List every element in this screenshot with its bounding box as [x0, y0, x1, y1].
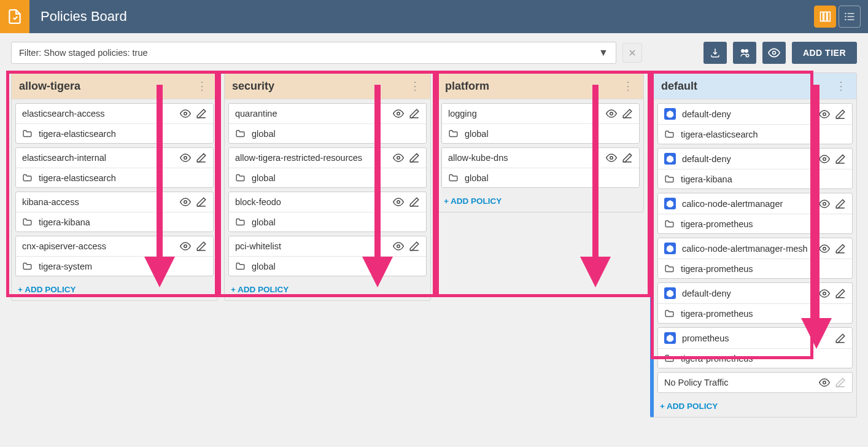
add-policy-button[interactable]: + ADD POLICY: [225, 281, 430, 300]
view-icon[interactable]: [819, 154, 830, 165]
recommend-button[interactable]: [733, 42, 756, 64]
view-icon[interactable]: [819, 243, 830, 254]
view-icon[interactable]: [819, 198, 830, 209]
svg-rect-0: [821, 12, 823, 21]
policy-card[interactable]: allow-tigera-restricted-resourcesglobal: [228, 147, 427, 188]
page-title: Policies Board: [41, 9, 127, 25]
add-policy-button[interactable]: + ADD POLICY: [654, 398, 856, 417]
policy-card[interactable]: allow-kube-dnsglobal: [441, 147, 640, 188]
edit-icon[interactable]: [196, 241, 207, 252]
svg-point-31: [397, 112, 400, 115]
export-button[interactable]: [703, 42, 727, 64]
policy-card[interactable]: default-denytigera-prometheus: [657, 282, 853, 324]
add-policy-button[interactable]: + ADD POLICY: [12, 281, 217, 300]
policy-card[interactable]: loggingglobal: [441, 103, 640, 144]
policy-card[interactable]: quarantineglobal: [228, 103, 427, 144]
policy-card[interactable]: prometheustigera-prometheus: [657, 327, 853, 368]
policy-namespace: tigera-elasticsearch: [681, 130, 758, 139]
policy-name: logging: [448, 109, 606, 119]
preview-button[interactable]: [762, 42, 786, 64]
policy-card[interactable]: No Policy Traffic: [657, 372, 853, 393]
svg-rect-1: [824, 12, 826, 21]
policy-name: cnx-apiserver-access: [22, 241, 180, 251]
policy-card[interactable]: default-denytigera-elasticsearch: [657, 103, 853, 144]
svg-point-11: [741, 49, 745, 53]
view-icon[interactable]: [180, 196, 191, 208]
add-tier-button[interactable]: ADD TIER: [792, 42, 857, 64]
tier-menu-icon[interactable]: ⋮: [194, 79, 210, 93]
policy-name: default-deny: [682, 109, 819, 119]
edit-icon[interactable]: [409, 196, 420, 208]
view-icon[interactable]: [819, 377, 830, 388]
filter-input[interactable]: Filter: Show staged policies: true ▼: [11, 42, 616, 64]
tier-header: default⋮: [654, 73, 856, 99]
policy-card[interactable]: elasticsearch-accesstigera-elasticsearch: [15, 103, 214, 144]
dropdown-icon[interactable]: ▼: [595, 47, 612, 58]
policy-namespace: tigera-kibana: [681, 174, 732, 184]
policy-card[interactable]: pci-whitelistglobal: [228, 236, 427, 276]
kubernetes-icon: [664, 108, 676, 120]
edit-icon[interactable]: [409, 152, 420, 163]
edit-icon[interactable]: [409, 241, 420, 252]
edit-icon[interactable]: [622, 152, 633, 163]
edit-icon[interactable]: [835, 333, 846, 344]
policy-card[interactable]: default-denytigera-kibana: [657, 148, 853, 189]
svg-point-37: [397, 245, 400, 248]
policy-card[interactable]: block-feodoglobal: [228, 192, 427, 232]
tier-header: security⋮: [225, 73, 430, 99]
folder-icon: [664, 308, 675, 319]
app-logo: [0, 0, 29, 33]
policy-name: prometheus: [682, 333, 835, 343]
view-icon[interactable]: [180, 108, 191, 119]
kubernetes-icon: [664, 287, 676, 299]
policy-name: calico-node-alertmanager-mesh: [682, 244, 819, 254]
policy-card[interactable]: cnx-apiserver-accesstigera-system: [15, 236, 214, 276]
tier-menu-icon[interactable]: ⋮: [407, 79, 423, 93]
view-icon[interactable]: [180, 241, 191, 252]
policy-namespace: global: [465, 173, 489, 183]
tier-column: allow-tigera⋮elasticsearch-accesstigera-…: [11, 72, 218, 301]
clear-filter-button[interactable]: [622, 43, 642, 63]
policy-name: No Policy Traffic: [664, 378, 819, 387]
edit-icon[interactable]: [835, 243, 846, 254]
svg-point-50: [823, 202, 826, 205]
svg-point-8: [845, 19, 847, 21]
folder-icon: [664, 353, 675, 363]
view-icon[interactable]: [180, 152, 191, 163]
kubernetes-icon: [664, 153, 676, 165]
tier-menu-icon[interactable]: ⋮: [833, 79, 849, 93]
svg-point-12: [745, 49, 748, 53]
edit-icon[interactable]: [409, 108, 420, 119]
list-view-toggle[interactable]: [839, 6, 861, 28]
folder-icon: [664, 219, 675, 229]
svg-point-35: [397, 201, 400, 204]
tier-title: allow-tigera: [19, 80, 80, 93]
svg-marker-58: [666, 335, 673, 341]
edit-icon[interactable]: [835, 198, 846, 209]
edit-icon[interactable]: [835, 109, 846, 120]
tier-menu-icon[interactable]: ⋮: [620, 79, 636, 93]
view-icon[interactable]: [606, 108, 617, 119]
view-icon[interactable]: [819, 109, 830, 120]
edit-icon[interactable]: [622, 108, 633, 119]
policy-card[interactable]: calico-node-alertmanagertigera-prometheu…: [657, 193, 853, 234]
add-policy-button[interactable]: + ADD POLICY: [438, 193, 643, 212]
view-icon[interactable]: [819, 288, 830, 299]
view-icon[interactable]: [393, 241, 404, 252]
tier-body: elasticsearch-accesstigera-elasticsearch…: [12, 99, 217, 281]
edit-icon[interactable]: [835, 154, 846, 165]
edit-icon[interactable]: [196, 196, 207, 208]
policy-card[interactable]: kibana-accesstigera-kibana: [15, 192, 214, 232]
policy-card[interactable]: calico-node-alertmanager-meshtigera-prom…: [657, 238, 853, 279]
view-icon[interactable]: [393, 196, 404, 208]
edit-icon[interactable]: [835, 288, 846, 299]
view-icon[interactable]: [393, 152, 404, 163]
view-icon[interactable]: [393, 108, 404, 119]
policy-card[interactable]: elasticsearch-internaltigera-elasticsear…: [15, 147, 214, 188]
filter-text: Filter: Show staged policies: true: [19, 48, 595, 58]
edit-icon[interactable]: [196, 152, 207, 163]
edit-icon[interactable]: [196, 108, 207, 119]
policy-namespace: global: [252, 173, 276, 183]
board-view-toggle[interactable]: [814, 6, 836, 28]
view-icon[interactable]: [606, 152, 617, 163]
